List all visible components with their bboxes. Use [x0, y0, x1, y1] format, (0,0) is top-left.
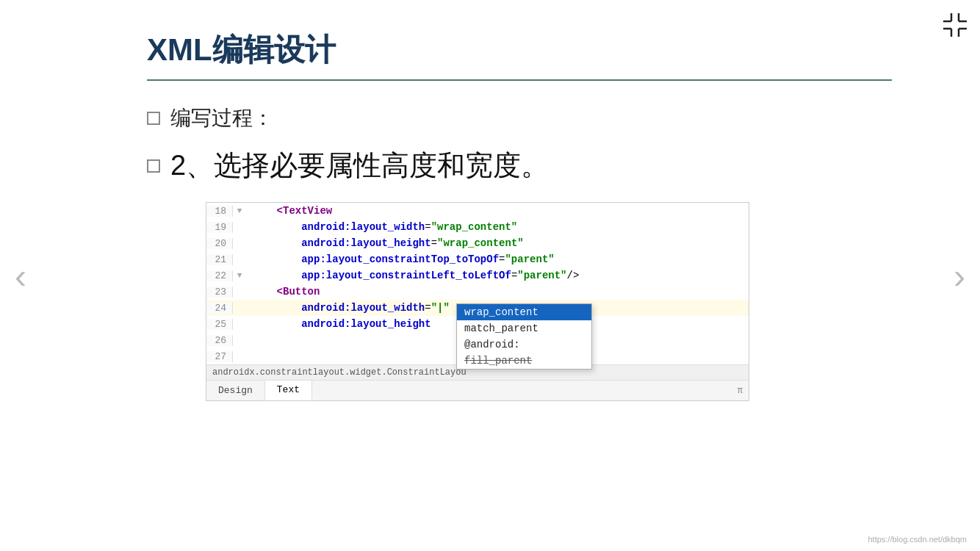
page-title: XML编辑设计	[147, 29, 892, 71]
autocomplete-item-android[interactable]: @android:	[457, 336, 591, 353]
line-number: 27	[206, 351, 233, 362]
title-divider	[147, 79, 892, 81]
line-number: 23	[206, 287, 233, 298]
line-number: 19	[206, 222, 233, 233]
line-content: app:layout_constraintTop_toTopOf="parent…	[246, 253, 749, 265]
autocomplete-item-fill-parent[interactable]: fill_parent	[457, 353, 591, 369]
nav-left-arrow[interactable]: ‹	[15, 256, 26, 296]
code-line-21: 21 app:layout_constraintTop_toTopOf="par…	[206, 251, 749, 267]
section-label-text: 编写过程：	[170, 104, 273, 132]
slide-content: XML编辑设计 编写过程： 2、选择必要属性高度和宽度。 18 ▼ <TextV…	[0, 0, 980, 431]
code-line-20: 20 android:layout_height="wrap_content"	[206, 235, 749, 251]
bullet-icon	[147, 112, 160, 125]
line-number: 25	[206, 319, 233, 330]
line-number: 21	[206, 254, 233, 265]
nav-right-arrow[interactable]: ›	[954, 256, 965, 296]
line-number: 24	[206, 303, 233, 314]
autocomplete-item-match-parent[interactable]: match_parent	[457, 320, 591, 336]
tab-text[interactable]: Text	[265, 381, 312, 400]
line-content: app:layout_constraintLeft_toLeftOf="pare…	[246, 270, 749, 281]
code-editor: 18 ▼ <TextView 19 android:layout_width="…	[206, 202, 749, 401]
code-line-23: 23 <Button	[206, 284, 749, 300]
tab-pi-symbol: π	[738, 386, 749, 396]
step-heading: 2、选择必要属性高度和宽度。	[147, 147, 892, 184]
line-number: 26	[206, 335, 233, 346]
code-line-19: 19 android:layout_width="wrap_content"	[206, 219, 749, 235]
watermark-text: https://blog.csdn.net/dkbqm	[868, 535, 967, 544]
line-content: <Button	[246, 286, 749, 298]
code-line-18: 18 ▼ <TextView	[206, 203, 749, 219]
line-content: android:layout_height="wrap_content"	[246, 237, 749, 249]
autocomplete-dropdown: wrap_content match_parent @android: fill…	[456, 303, 592, 370]
step-bullet-icon	[147, 159, 160, 173]
autocomplete-item-wrap-content[interactable]: wrap_content	[457, 304, 591, 320]
section-label: 编写过程：	[147, 104, 892, 132]
line-number: 18	[206, 206, 233, 217]
editor-tabs-bar: Design Text π	[206, 380, 749, 400]
tab-design[interactable]: Design	[206, 381, 265, 400]
step-heading-text: 2、选择必要属性高度和宽度。	[170, 147, 549, 184]
line-content: <TextView	[246, 205, 749, 217]
line-content: android:layout_width="wrap_content"	[246, 221, 749, 233]
fold-icon[interactable]: ▼	[233, 206, 246, 215]
line-number: 20	[206, 238, 233, 249]
line-number: 22	[206, 270, 233, 281]
code-line-22: 22 ▼ app:layout_constraintLeft_toLeftOf=…	[206, 267, 749, 284]
fold-icon[interactable]: ▼	[233, 271, 246, 280]
